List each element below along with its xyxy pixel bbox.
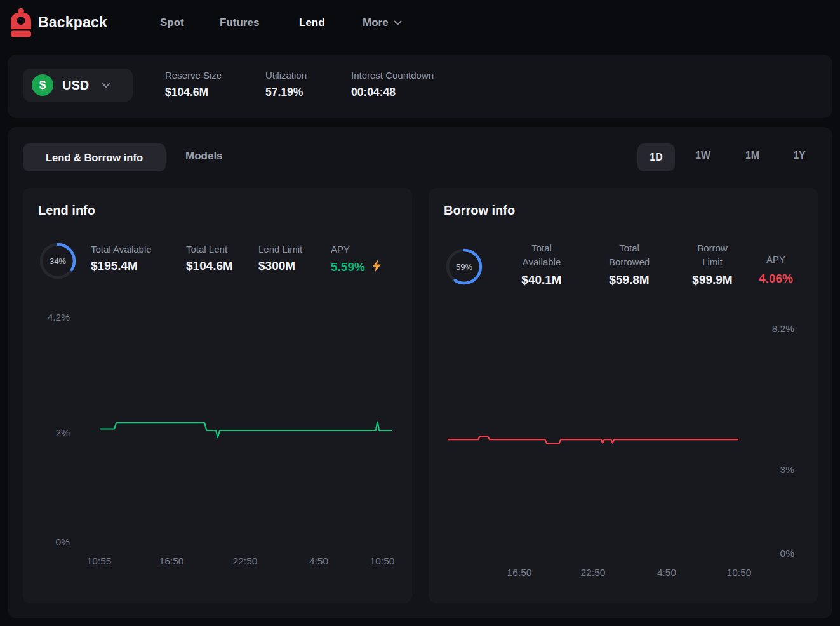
stat-label: APY (331, 244, 383, 255)
lend-card-title: Lend info (38, 203, 95, 218)
stat-label: Total Lent (186, 244, 233, 255)
stat-value: $59.8M (596, 273, 662, 287)
reserve-size-value: $104.6M (165, 86, 222, 99)
utilization-value: 57.19% (265, 86, 307, 99)
nav-item-futures[interactable]: Futures (220, 17, 259, 29)
y-tick-label: 3% (756, 464, 794, 476)
asset-selector[interactable]: $ USD (23, 69, 133, 102)
dollar-symbol: $ (39, 78, 46, 92)
top-nav: Backpack Spot Futures Lend More (0, 0, 840, 48)
borrow-card-title: Borrow info (444, 203, 515, 218)
dollar-coin-icon: $ (32, 74, 53, 96)
nav-item-lend[interactable]: Lend (299, 17, 325, 29)
lend-apy-value: 5.59% (331, 260, 365, 274)
x-tick-label: 16:50 (152, 556, 191, 567)
stat-label: Total Available (91, 244, 152, 255)
y-tick-label: 2% (32, 427, 70, 439)
interest-countdown-label: Interest Countdown (351, 70, 434, 81)
stat-value: $40.1M (509, 273, 575, 287)
range-1y[interactable]: 1Y (785, 150, 813, 161)
nav-more-label: More (363, 17, 389, 29)
borrow-apy-stat: APY 4.06% (749, 253, 803, 286)
lend-ring-percent: 34% (39, 242, 77, 280)
stat-value: $99.9M (679, 273, 745, 287)
borrow-ring-percent: 59% (445, 248, 483, 286)
nav-item-spot[interactable]: Spot (160, 17, 184, 29)
x-tick-label: 10:50 (363, 556, 402, 567)
stat-value: $300M (258, 259, 302, 273)
lightning-bolt-icon (370, 259, 383, 276)
reserve-size-label: Reserve Size (165, 70, 222, 81)
brand-name: Backpack (38, 14, 107, 31)
chevron-down-icon (394, 17, 402, 29)
borrow-apy-value: 4.06% (749, 272, 803, 286)
stat-value: $195.4M (91, 259, 152, 273)
y-tick-label: 0% (32, 536, 70, 548)
interest-countdown-value: 00:04:48 (351, 86, 434, 99)
borrow-total-borrowed-stat: Total Borrowed $59.8M (596, 241, 662, 287)
y-tick-label: 4.2% (32, 312, 70, 323)
x-tick-label: 10:50 (719, 567, 759, 578)
x-tick-label: 10:55 (79, 556, 119, 567)
stat-value: $104.6M (186, 259, 233, 273)
stat-label: Borrow Limit (687, 241, 738, 269)
x-tick-label: 16:50 (500, 567, 539, 578)
x-tick-label: 22:50 (573, 567, 613, 578)
borrow-total-available-stat: Total Available $40.1M (509, 241, 575, 287)
lend-total-lent-stat: Total Lent $104.6M (186, 244, 233, 273)
lend-limit-stat: Lend Limit $300M (258, 244, 302, 273)
borrow-apy-chart: 8.2% 3% 0% 16:50 22:50 4:50 10:50 (429, 305, 818, 603)
y-tick-label: 8.2% (756, 323, 794, 335)
lend-total-available-stat: Total Available $195.4M (91, 244, 152, 273)
utilization-stat: Utilization 57.19% (265, 70, 307, 99)
range-1w[interactable]: 1W (689, 150, 717, 161)
nav-item-more[interactable]: More (363, 17, 402, 29)
borrow-utilization-ring: 59% (445, 248, 483, 286)
reserve-size-stat: Reserve Size $104.6M (165, 70, 222, 99)
stat-label: APY (749, 253, 803, 267)
lend-apy-chart: 4.2% 2% 0% 10:55 16:50 22:50 4:50 10:50 (23, 305, 412, 603)
x-tick-label: 4:50 (299, 556, 338, 567)
lend-apy-stat: APY 5.59% (331, 244, 383, 276)
asset-name: USD (62, 78, 89, 93)
lend-line-plot (100, 305, 392, 571)
stat-label: Total Available (513, 241, 570, 269)
interest-countdown-stat: Interest Countdown 00:04:48 (351, 70, 434, 99)
range-1m[interactable]: 1M (738, 150, 766, 161)
chevron-down-icon (102, 79, 110, 91)
borrow-limit-stat: Borrow Limit $99.9M (679, 241, 745, 287)
y-tick-label: 0% (756, 548, 794, 559)
tab-models[interactable]: Models (185, 150, 223, 163)
utilization-label: Utilization (265, 70, 307, 81)
x-tick-label: 4:50 (647, 567, 686, 578)
market-bar: $ USD Reserve Size $104.6M Utilization 5… (8, 55, 832, 118)
lend-borrow-panel: Lend & Borrow info Models 1D 1W 1M 1Y Le… (8, 127, 832, 618)
range-1d[interactable]: 1D (637, 143, 675, 171)
lend-info-card: Lend info 34% Total Available $195.4M To… (23, 188, 412, 603)
borrow-info-card: Borrow info 59% Total Available $40.1M T… (429, 188, 818, 603)
tab-lend-borrow-info[interactable]: Lend & Borrow info (23, 143, 166, 171)
stat-label: Total Borrowed (601, 241, 658, 269)
backpack-logo-icon[interactable] (10, 8, 32, 37)
x-tick-label: 22:50 (225, 556, 265, 567)
borrow-line-plot (448, 305, 738, 584)
lend-utilization-ring: 34% (39, 242, 77, 280)
stat-label: Lend Limit (258, 244, 302, 255)
